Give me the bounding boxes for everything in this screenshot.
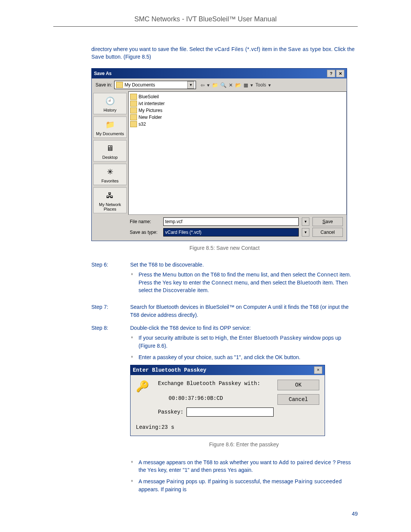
t: menu, and then select the — [233, 280, 297, 286]
term-connect-2: Connect — [212, 280, 233, 286]
up-one-level-icon[interactable]: 📁 — [212, 82, 218, 88]
term-bluetooth: Bluetooth — [297, 280, 321, 286]
enter-bluetooth-passkey-dialog: Enter Bluetooth Passkey ✕ 🔑 Exchange Blu… — [130, 365, 325, 436]
passkey-input[interactable] — [186, 407, 274, 417]
save-in-label: Save in: — [96, 82, 112, 88]
intro-text-g: button. (Figure 8.5) — [104, 54, 151, 60]
term-pairing-succeeded: Pairing succeeded — [295, 478, 342, 484]
file-name: My Pictures — [139, 108, 162, 113]
t: key to enter the — [172, 280, 211, 286]
my-documents-icon: 📁 — [104, 119, 116, 130]
page-number: 49 — [352, 511, 358, 517]
delete-icon[interactable]: ✕ — [229, 82, 233, 88]
passkey-ok-button[interactable]: OK — [277, 380, 319, 390]
save-as-toolbar: Save in: My Documents ▼ ⇦ ▾ 📁 🔍 ✕ 📂 ▦ ▾ … — [92, 78, 347, 91]
term-yes: Yes — [162, 280, 172, 286]
place-history[interactable]: 🕘History — [93, 93, 127, 114]
place-my-documents[interactable]: 📁My Documents — [93, 117, 127, 138]
t: item. — [196, 287, 209, 293]
passkey-cancel-button[interactable]: Cancel — [277, 394, 319, 405]
views-arrow-icon[interactable]: ▾ — [250, 82, 253, 88]
tools-arrow-icon[interactable]: ▾ — [268, 82, 271, 88]
save-button[interactable]: Save — [312, 217, 343, 226]
figure-8-5-caption: Figure 8.5: Save new Contact — [91, 245, 358, 251]
save-button-label: ave — [325, 219, 333, 224]
favorites-icon: ✳ — [104, 166, 116, 177]
file-name: New Folder — [139, 115, 162, 120]
step-8-bullet-1: If your security attribute is set to Hig… — [139, 334, 358, 350]
search-web-icon[interactable]: 🔍 — [220, 82, 226, 88]
t: appears. If pairing is — [139, 486, 186, 492]
file-item[interactable]: New Folder — [130, 114, 345, 121]
cancel-button[interactable]: Cancel — [312, 228, 343, 237]
file-name: ivt intertester — [139, 101, 165, 106]
close-button[interactable]: ✕ — [336, 70, 344, 77]
save-in-combo[interactable]: My Documents ▼ — [114, 81, 196, 89]
file-item[interactable]: BlueSoleil — [130, 93, 345, 100]
file-name-input[interactable]: temp.vcf — [163, 217, 299, 226]
place-favorites[interactable]: ✳Favorites — [93, 164, 127, 185]
t: again. — [237, 467, 253, 473]
intro-text-e: box. Click the — [321, 46, 355, 52]
file-item[interactable]: My Pictures — [130, 107, 345, 114]
file-item[interactable]: s32 — [130, 121, 345, 128]
file-item[interactable]: ivt intertester — [130, 100, 345, 107]
t: pops up. If pairing is successful, the m… — [184, 478, 295, 484]
help-button[interactable]: ? — [327, 70, 335, 77]
passkey-title-text: Enter Bluetooth Passkey — [133, 366, 206, 374]
step-7-text: Search for Bluetooth devices in BlueSole… — [130, 303, 358, 319]
t: button on the T68 to find the menu list,… — [177, 272, 317, 278]
folder-icon — [130, 121, 137, 127]
leaving-timer: Leaving:23 s — [131, 422, 325, 436]
passkey-titlebar: Enter Bluetooth Passkey ✕ — [131, 365, 325, 375]
step-7: Step 7: Search for Bluetooth devices in … — [91, 303, 358, 319]
place-favorites-label: Favorites — [101, 179, 118, 183]
back-arrow-icon[interactable]: ▾ — [207, 82, 210, 88]
term-connect: Connect — [317, 272, 338, 278]
file-name-label: File name: — [130, 219, 160, 224]
step-8-label: Step 8: — [91, 324, 126, 497]
save-as-type-combo[interactable]: vCard Files (*.vcf) — [163, 228, 299, 236]
t: If your security attribute is set to — [139, 335, 215, 341]
t: key, enter "1" and then press — [157, 467, 228, 473]
file-list[interactable]: BlueSoleil ivt intertester My Pictures N… — [128, 91, 347, 215]
t: Press the — [139, 272, 162, 278]
views-icon[interactable]: ▦ — [244, 82, 248, 88]
passkey-close-button[interactable]: ✕ — [314, 366, 322, 374]
step-6: Step 6: Set the T68 to be discoverable. … — [91, 261, 358, 298]
term-yes-3: Yes — [228, 467, 237, 473]
filename-combo-arrow-icon[interactable]: ▼ — [302, 217, 309, 226]
place-desktop[interactable]: 🖥Desktop — [93, 140, 127, 161]
back-icon[interactable]: ⇦ — [201, 82, 205, 88]
step-8-text: Double-click the T68 device to find its … — [130, 324, 358, 332]
t: A message — [139, 478, 166, 484]
figure-8-6-caption: Figure 8.6: Enter the passkey — [130, 441, 358, 448]
folder-icon — [130, 101, 137, 107]
exchange-label: Exchange Bluetooth Passkey with: — [158, 380, 274, 387]
folder-icon — [130, 107, 137, 113]
term-save: Save — [91, 54, 104, 60]
intro-text-a: directory where you want to save the fil… — [91, 46, 215, 52]
folder-icon — [116, 82, 123, 88]
post-bullet-1: A message appears on the T68 to ask whet… — [139, 459, 358, 474]
file-name-value: temp.vcf — [165, 219, 182, 224]
combo-arrow-icon[interactable]: ▼ — [187, 81, 194, 89]
post-bullet-2: A message Pairing pops up. If pairing is… — [139, 478, 358, 493]
term-add-to-paired: Add to paired device — [279, 459, 331, 465]
term-enter-bluetooth-passkey: Enter Bluetooth Passkey — [239, 335, 301, 341]
save-as-type-value: vCard Files (*.vcf) — [165, 230, 201, 235]
term-pairing: Pairing — [166, 478, 184, 484]
page-content: directory where you want to save the fil… — [91, 46, 358, 497]
new-folder-icon[interactable]: 📂 — [235, 82, 241, 88]
desktop-icon: 🖥 — [104, 143, 116, 153]
place-mydocs-label: My Documents — [96, 131, 124, 136]
save-in-value: My Documents — [124, 82, 155, 88]
intro-text-c: item in the — [260, 46, 288, 52]
tools-label[interactable]: Tools — [255, 82, 266, 88]
saveastype-combo-arrow-icon[interactable]: ▼ — [302, 228, 309, 236]
file-name: BlueSoleil — [139, 94, 159, 99]
save-as-dialog: Save As ? ✕ Save in: My Documents ▼ ⇦ ▾ … — [91, 68, 347, 241]
place-network[interactable]: 🖧My Network Places — [93, 187, 127, 213]
step-8: Step 8: Double-click the T68 device to f… — [91, 324, 358, 497]
term-high: High — [215, 335, 227, 341]
